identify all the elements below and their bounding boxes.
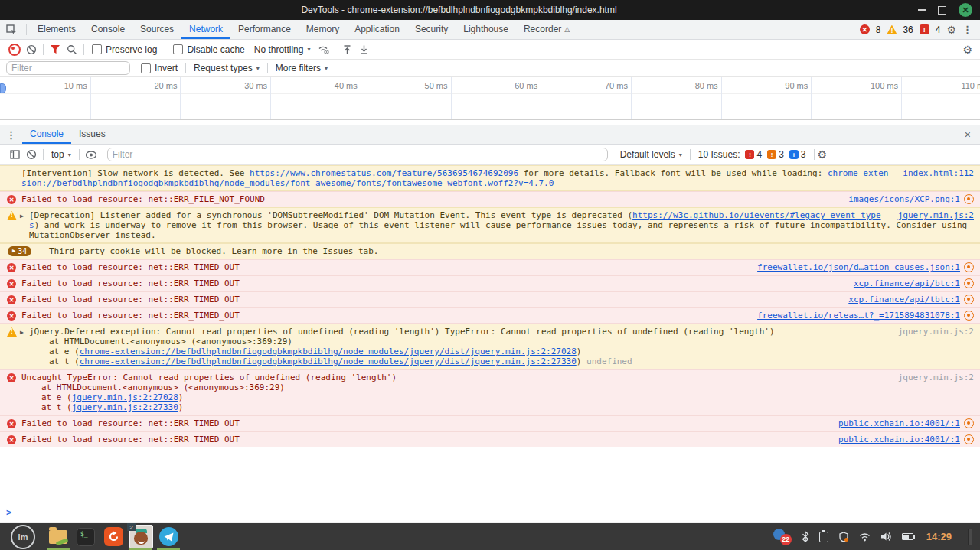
taskbar-item-telegram[interactable]	[155, 523, 182, 550]
disable-cache-checkbox[interactable]: Disable cache	[173, 44, 244, 55]
updates-tray-icon[interactable]: 22	[773, 529, 792, 545]
maximize-button[interactable]	[938, 6, 946, 15]
drawer-menu-icon[interactable]: ⋮	[0, 129, 22, 141]
source-location-link[interactable]: jquery.min.js:2	[898, 210, 974, 220]
tab-performance[interactable]: Performance	[230, 20, 299, 39]
drawer-tab-issues[interactable]: Issues	[71, 125, 113, 144]
network-filter-input[interactable]	[6, 61, 130, 75]
shield-tray-icon[interactable]	[838, 532, 849, 542]
tab-console[interactable]: Console	[83, 20, 132, 39]
search-icon[interactable]	[64, 42, 80, 57]
open-issue-icon[interactable]	[964, 262, 974, 272]
more-options-icon[interactable]: ⋮	[962, 24, 972, 35]
show-desktop-strip[interactable]	[968, 529, 972, 545]
warning-count-icon[interactable]	[887, 25, 897, 34]
open-issue-icon[interactable]	[964, 295, 974, 304]
open-issue-icon[interactable]	[964, 311, 974, 321]
taskbar-item-freewallet[interactable]: 2	[127, 523, 155, 550]
console-link[interactable]: chrome-extension://befbdlhplndbnfiogodgb…	[80, 347, 577, 356]
console-link[interactable]: jquery.min.js:2:27028	[72, 392, 178, 402]
source-location-link[interactable]: xcp.finance/api/btc:1	[854, 278, 960, 288]
source-location-link[interactable]: freewallet.io/releas…t?_=1715894831078:1	[757, 311, 960, 321]
clipboard-tray-icon[interactable]	[819, 532, 828, 542]
timeline-gridline	[541, 77, 541, 119]
timeline-gridline	[451, 77, 452, 119]
execution-context-dropdown[interactable]: top▾	[51, 149, 71, 160]
warning-icon	[7, 327, 17, 337]
issue-chip-icon: !	[745, 150, 754, 159]
console-link[interactable]: chrome-extension://befbdlhplndbnfiogodgb…	[80, 356, 577, 366]
open-issue-icon[interactable]	[964, 278, 974, 288]
issue-chips[interactable]: !4!3i3	[740, 149, 805, 160]
invert-filter-checkbox[interactable]: Invert	[141, 63, 178, 73]
console-prompt[interactable]: >	[0, 505, 980, 523]
inspect-element-icon[interactable]	[0, 20, 23, 39]
error-icon: ✕	[7, 295, 16, 304]
devtools-tabbar: ElementsConsoleSourcesNetworkPerformance…	[0, 20, 980, 40]
settings-gear-icon[interactable]: ⚙	[946, 24, 956, 35]
request-types-dropdown[interactable]: Request types▾	[194, 63, 260, 73]
console-message: freewallet.io/releas…t?_=1715894831078:1…	[0, 308, 980, 324]
tab-network[interactable]: Network	[181, 20, 230, 39]
tab-security[interactable]: Security	[407, 20, 456, 39]
network-conditions-icon[interactable]	[315, 42, 332, 57]
tab-recorder[interactable]: Recorder△	[516, 20, 577, 39]
mint-menu-button[interactable]: lm	[11, 525, 35, 549]
console-message: images/icons/XCP.png:1✕Failed to load re…	[0, 191, 980, 207]
bluetooth-icon[interactable]	[802, 531, 809, 542]
more-filters-dropdown[interactable]: More filters▾	[276, 63, 328, 73]
warning-count[interactable]: 36	[903, 24, 913, 35]
battery-icon[interactable]	[902, 533, 913, 540]
tab-application[interactable]: Application	[347, 20, 407, 39]
console-sidebar-toggle-icon[interactable]	[6, 147, 23, 162]
open-issue-icon[interactable]	[964, 434, 974, 444]
issues-count-icon[interactable]: !	[920, 24, 929, 34]
open-issue-icon[interactable]	[964, 194, 974, 204]
source-location-link[interactable]: public.xchain.io:4001/:1	[838, 434, 960, 444]
clear-console-button[interactable]	[23, 147, 40, 162]
issues-count[interactable]: 4	[936, 24, 941, 35]
taskbar-item-terminal[interactable]: $_	[72, 523, 100, 550]
close-window-button[interactable]: ✕	[959, 3, 972, 17]
preserve-log-checkbox[interactable]: Preserve log	[92, 44, 157, 55]
export-har-icon[interactable]	[355, 42, 372, 57]
source-location-link[interactable]: index.html:112	[903, 168, 974, 178]
issues-summary-label[interactable]: 10 Issues:	[698, 149, 740, 160]
source-location-link[interactable]: images/icons/XCP.png:1	[848, 194, 960, 204]
taskbar-clock[interactable]: 14:29	[926, 531, 952, 542]
tab-memory[interactable]: Memory	[299, 20, 347, 39]
network-settings-gear-icon[interactable]: ⚙	[962, 44, 972, 55]
taskbar-item-updater[interactable]	[100, 523, 127, 550]
expand-arrow-icon[interactable]: ▶	[20, 327, 24, 337]
filter-toggle-icon[interactable]	[47, 42, 64, 57]
console-settings-gear-icon[interactable]: ⚙	[818, 149, 828, 160]
close-drawer-icon[interactable]: ×	[956, 129, 980, 141]
source-location-link[interactable]: freewallet.io/json/d…ation-causes.json:1	[757, 262, 960, 272]
open-issue-icon[interactable]	[964, 418, 974, 428]
source-location-link[interactable]: xcp.finance/api/tbtc:1	[848, 295, 960, 304]
taskbar-item-files[interactable]	[44, 523, 72, 550]
import-har-icon[interactable]	[338, 42, 355, 57]
record-network-log-button[interactable]	[6, 42, 23, 57]
console-text: )	[178, 392, 184, 402]
console-link[interactable]: jquery.min.js:2:27330	[72, 402, 178, 412]
throttling-dropdown[interactable]: No throttling▾	[254, 44, 311, 55]
expand-arrow-icon[interactable]: ▶	[20, 211, 24, 221]
console-filter-input[interactable]	[107, 148, 608, 161]
tab-elements[interactable]: Elements	[30, 20, 83, 39]
source-location-link[interactable]: public.xchain.io:4001/:1	[838, 418, 960, 428]
error-count-icon[interactable]: ✕	[860, 24, 870, 34]
volume-icon[interactable]	[880, 532, 892, 542]
console-link[interactable]: https://www.chromestatus.com/feature/563…	[250, 168, 518, 178]
minimize-button[interactable]	[918, 9, 926, 11]
log-levels-dropdown[interactable]: Default levels▾	[620, 149, 682, 160]
drawer-tab-console[interactable]: Console	[22, 125, 71, 144]
throttling-value: No throttling	[254, 44, 304, 55]
error-count[interactable]: 8	[876, 24, 881, 35]
tab-sources[interactable]: Sources	[132, 20, 181, 39]
tab-lighthouse[interactable]: Lighthouse	[456, 20, 516, 39]
clear-network-log-button[interactable]	[23, 42, 40, 57]
repeat-count-badge[interactable]: ▶34	[8, 246, 31, 256]
wifi-icon[interactable]	[859, 532, 871, 542]
live-expression-eye-icon[interactable]	[83, 147, 100, 162]
